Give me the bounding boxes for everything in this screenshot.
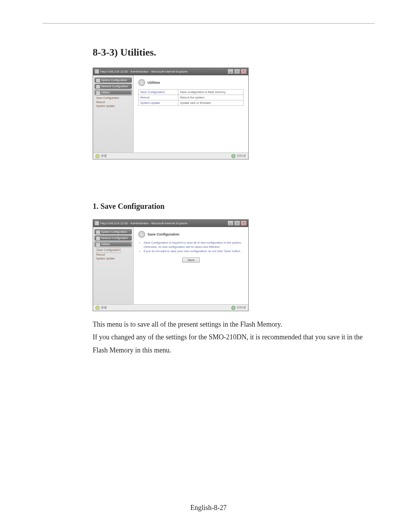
sidebar-subitem-reboot[interactable]: Reboot	[96, 100, 132, 105]
sidebar-sublist: Save Configuration Reboot System Update	[95, 248, 132, 261]
sidebar-item-network-config[interactable]: Network Configuration	[95, 236, 132, 241]
status-right-text: 인터넷	[237, 154, 246, 158]
maximize-button[interactable]: □	[234, 69, 240, 74]
sidebar-item-system-config[interactable]: System Configuration	[95, 78, 132, 83]
sidebar-item-label: System Configuration	[101, 230, 127, 233]
sidebar-subitem-update[interactable]: System Update	[96, 104, 132, 108]
save-button[interactable]: Save	[182, 258, 199, 263]
utilities-table: Save Configuration Save configuration to…	[138, 89, 244, 106]
sub-heading: 1. Save Configuration	[93, 202, 371, 211]
sidebar: System Configuration Network Configurati…	[93, 75, 134, 152]
sidebar-item-network-config[interactable]: Network Configuration	[95, 84, 132, 89]
ie-page-icon	[95, 69, 99, 74]
section-heading: 8-3-3) Utilities.	[93, 47, 371, 58]
sidebar-subitem-save[interactable]: Save Configuration	[96, 248, 121, 253]
screenshot-save-config-window: http://168.219.13.82 - Administrator - M…	[93, 219, 249, 311]
main-pane: Save Configuration Save Configuration is…	[134, 227, 248, 304]
sidebar-item-label: Utilities	[101, 91, 110, 94]
screenshot-utilities-window: http://168.219.13.82 - Administrator - M…	[93, 68, 249, 159]
sidebar-item-label: Network Configuration	[101, 237, 128, 239]
minimize-button[interactable]: _	[227, 220, 234, 226]
folder-icon	[96, 85, 100, 89]
status-icon	[95, 154, 100, 158]
document-page: 8-3-3) Utilities. http://168.219.13.82 -…	[0, 0, 417, 532]
top-rule	[42, 23, 375, 24]
status-right-text: 인터넷	[237, 306, 246, 310]
status-bar: 완료 인터넷	[93, 304, 248, 311]
close-button[interactable]: ×	[241, 69, 247, 74]
content-column: 8-3-3) Utilities. http://168.219.13.82 -…	[93, 47, 371, 357]
table-row: Reboot Reboot the system.	[139, 95, 244, 100]
desc-save-configuration: Save configuration to flash memory.	[178, 90, 244, 95]
sidebar-item-system-config[interactable]: System Configuration	[95, 229, 132, 234]
body-line: This menu is to save all of the present …	[93, 318, 371, 331]
sidebar-item-label: Utilities	[101, 243, 110, 246]
main-pane: Utilities Save Configuration Save config…	[134, 75, 248, 152]
link-save-configuration[interactable]: Save Configuration	[139, 90, 178, 95]
internet-zone-icon	[231, 306, 236, 310]
window-title: http://168.219.13.82 - Administrator - M…	[100, 222, 188, 225]
status-left-text: 완료	[101, 154, 107, 158]
sidebar-subitem-reboot[interactable]: Reboot	[96, 253, 132, 257]
sidebar-item-utilities[interactable]: Utilities	[95, 90, 132, 95]
link-reboot[interactable]: Reboot	[139, 95, 178, 100]
tools-icon	[96, 91, 100, 95]
save-desc-bullet: If you do not want to save your new conf…	[144, 249, 244, 254]
desc-reboot: Reboot the system.	[178, 95, 244, 100]
sidebar-subitem-save[interactable]: Save Configuration	[96, 96, 132, 100]
maximize-button[interactable]: □	[234, 220, 240, 226]
folder-icon	[96, 236, 100, 241]
sidebar-item-utilities[interactable]: Utilities	[95, 242, 132, 247]
sidebar: System Configuration Network Configurati…	[93, 227, 134, 304]
table-row: Save Configuration Save configuration to…	[139, 90, 244, 95]
desc-system-update: Update web or firmware.	[178, 100, 244, 106]
sidebar-subitem-update[interactable]: System Update	[96, 257, 132, 261]
table-row: System Update Update web or firmware.	[139, 100, 244, 106]
status-bar: 완료 인터넷	[93, 152, 248, 159]
folder-icon	[96, 230, 100, 234]
sidebar-item-label: System Configuration	[101, 79, 127, 81]
save-desc-bullet: Save Configuration is required to save a…	[144, 241, 244, 249]
sidebar-item-label: Network Configuration	[101, 85, 128, 88]
status-left-text: 완료	[101, 306, 107, 310]
window-title: http://168.219.13.82 - Administrator - M…	[100, 70, 188, 73]
link-system-update[interactable]: System Update	[139, 100, 178, 106]
window-controls: _ □ ×	[227, 69, 247, 74]
save-description-list: Save Configuration is required to save a…	[138, 241, 244, 254]
folder-icon	[96, 78, 100, 83]
pane-title: Utilities	[147, 81, 160, 85]
window-titlebar: http://168.219.13.82 - Administrator - M…	[93, 220, 248, 227]
minimize-button[interactable]: _	[227, 69, 234, 74]
tools-icon	[138, 79, 145, 86]
window-titlebar: http://168.219.13.82 - Administrator - M…	[93, 68, 248, 75]
tools-icon	[96, 242, 100, 247]
pane-title: Save Configuration	[147, 232, 180, 236]
tools-icon	[138, 231, 145, 238]
ie-page-icon	[95, 221, 99, 225]
page-number: English-8-27	[0, 504, 417, 512]
sidebar-sublist: Save Configuration Reboot System Update	[95, 96, 132, 108]
close-button[interactable]: ×	[241, 220, 247, 226]
internet-zone-icon	[231, 154, 236, 158]
body-paragraphs: This menu is to save all of the present …	[93, 318, 371, 357]
window-controls: _ □ ×	[227, 220, 247, 226]
status-icon	[95, 306, 100, 310]
body-line: If you changed any of the settings for t…	[93, 331, 371, 357]
